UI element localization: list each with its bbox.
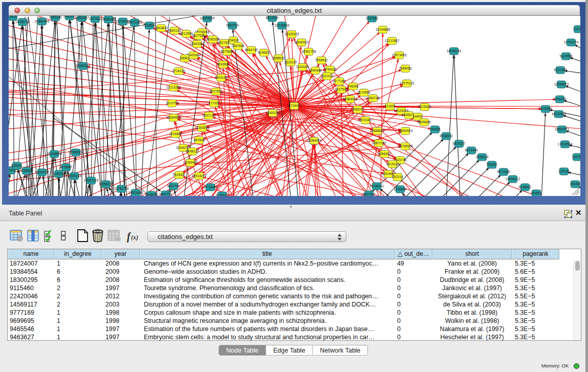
svg-text:252214: 252214 bbox=[392, 175, 403, 179]
svg-text:746266: 746266 bbox=[347, 84, 359, 88]
svg-text:1588520: 1588520 bbox=[272, 56, 285, 60]
svg-text:8912954: 8912954 bbox=[180, 32, 193, 35]
svg-text:1610755: 1610755 bbox=[166, 101, 179, 105]
svg-text:10154808: 10154808 bbox=[376, 28, 390, 31]
svg-text:9457791: 9457791 bbox=[160, 192, 172, 196]
svg-text:15692971: 15692971 bbox=[555, 127, 570, 131]
svg-text:19716485: 19716485 bbox=[203, 185, 218, 189]
svg-text:17957225: 17957225 bbox=[84, 179, 99, 182]
svg-text:6794028: 6794028 bbox=[324, 68, 337, 71]
svg-text:1244419: 1244419 bbox=[554, 97, 567, 101]
svg-text:98961: 98961 bbox=[180, 56, 189, 60]
svg-text:12975115: 12975115 bbox=[400, 81, 414, 85]
svg-text:164095: 164095 bbox=[429, 127, 441, 131]
svg-text:18724007: 18724007 bbox=[287, 104, 302, 107]
svg-text:1156829: 1156829 bbox=[20, 169, 33, 172]
svg-text:20206536: 20206536 bbox=[47, 152, 62, 156]
svg-text:7857274: 7857274 bbox=[226, 24, 239, 27]
svg-text:16654936: 16654936 bbox=[166, 116, 181, 119]
svg-text:8186328: 8186328 bbox=[207, 37, 220, 41]
svg-text:11353594: 11353594 bbox=[195, 126, 209, 129]
svg-text:18300295: 18300295 bbox=[266, 111, 280, 115]
svg-text:116753: 116753 bbox=[572, 155, 580, 159]
svg-text:19384554: 19384554 bbox=[307, 139, 322, 142]
svg-text:14055712: 14055712 bbox=[15, 20, 30, 24]
svg-text:1916682: 1916682 bbox=[169, 132, 182, 136]
svg-text:9660123: 9660123 bbox=[168, 29, 181, 32]
svg-text:13325419: 13325419 bbox=[285, 32, 299, 36]
svg-text:10671355: 10671355 bbox=[127, 20, 142, 24]
svg-text:7663822: 7663822 bbox=[155, 26, 168, 30]
svg-text:15720407: 15720407 bbox=[358, 118, 373, 122]
svg-text:2069146: 2069146 bbox=[49, 16, 62, 19]
svg-text:20691406: 20691406 bbox=[35, 19, 50, 23]
svg-text:12093872: 12093872 bbox=[554, 82, 569, 86]
svg-text:9245078: 9245078 bbox=[145, 193, 158, 196]
svg-text:9975887: 9975887 bbox=[60, 165, 73, 169]
svg-text:1615112: 1615112 bbox=[386, 162, 399, 166]
svg-text:6479197: 6479197 bbox=[453, 142, 466, 145]
svg-text:7625402: 7625402 bbox=[173, 173, 186, 177]
svg-text:8454749: 8454749 bbox=[245, 48, 258, 52]
svg-text:16648784: 16648784 bbox=[447, 49, 462, 53]
svg-text:6466160: 6466160 bbox=[102, 17, 115, 21]
svg-text:17016504: 17016504 bbox=[558, 142, 573, 146]
svg-text:9457791: 9457791 bbox=[167, 184, 180, 188]
svg-text:587834: 587834 bbox=[193, 138, 205, 142]
svg-text:8471626: 8471626 bbox=[497, 170, 510, 173]
svg-text:8813054: 8813054 bbox=[266, 16, 279, 19]
svg-text:3215958: 3215958 bbox=[539, 107, 552, 111]
svg-text:13654923: 13654923 bbox=[398, 129, 413, 133]
svg-text:19218506: 19218506 bbox=[275, 24, 290, 27]
svg-text:9084067: 9084067 bbox=[378, 152, 391, 156]
svg-text:9817341: 9817341 bbox=[363, 192, 376, 196]
svg-text:1162625: 1162625 bbox=[296, 65, 309, 69]
svg-text:1322037: 1322037 bbox=[285, 60, 297, 64]
svg-text:9827509: 9827509 bbox=[192, 34, 205, 37]
svg-text:763262: 763262 bbox=[486, 163, 497, 166]
svg-text:1527602: 1527602 bbox=[89, 17, 102, 20]
svg-text:10654112: 10654112 bbox=[506, 177, 520, 181]
svg-text:1405: 1405 bbox=[9, 16, 17, 18]
svg-text:1621022: 1621022 bbox=[321, 74, 334, 78]
svg-text:9242848: 9242848 bbox=[217, 62, 230, 66]
svg-text:12923446: 12923446 bbox=[128, 191, 143, 194]
svg-text:12213369: 12213369 bbox=[166, 85, 181, 89]
svg-text:2803144: 2803144 bbox=[215, 76, 228, 79]
svg-text:924501: 924501 bbox=[531, 191, 542, 195]
svg-text:16543362: 16543362 bbox=[190, 42, 205, 46]
svg-text:18807249: 18807249 bbox=[372, 141, 386, 145]
svg-text:3124554: 3124554 bbox=[358, 91, 371, 94]
svg-text:10958107: 10958107 bbox=[99, 182, 114, 186]
svg-text:9136142: 9136142 bbox=[216, 193, 229, 196]
svg-text:12213967: 12213967 bbox=[385, 39, 400, 42]
svg-text:16782759: 16782759 bbox=[114, 187, 129, 190]
svg-text:20364436: 20364436 bbox=[343, 97, 358, 101]
svg-text:20053346: 20053346 bbox=[76, 64, 91, 68]
svg-text:9146821: 9146821 bbox=[258, 51, 271, 54]
svg-text:9115460: 9115460 bbox=[419, 105, 431, 108]
svg-text:84400: 84400 bbox=[413, 115, 422, 118]
svg-text:16033809: 16033809 bbox=[200, 16, 215, 20]
svg-text:16914479: 16914479 bbox=[192, 174, 207, 178]
svg-text:16210643: 16210643 bbox=[552, 112, 567, 116]
svg-text:9129966: 9129966 bbox=[560, 54, 573, 58]
svg-text:1733426: 1733426 bbox=[394, 187, 407, 191]
svg-text:7955812: 7955812 bbox=[315, 58, 328, 62]
svg-text:14136141: 14136141 bbox=[369, 184, 384, 188]
svg-text:7515524: 7515524 bbox=[143, 24, 156, 27]
svg-text:11124: 11124 bbox=[574, 27, 580, 31]
svg-text:10688609: 10688609 bbox=[370, 129, 385, 133]
svg-text:917006: 917006 bbox=[208, 101, 220, 105]
svg-text:16961758: 16961758 bbox=[301, 50, 316, 53]
svg-text:12942737: 12942737 bbox=[35, 170, 50, 174]
svg-text:2087682: 2087682 bbox=[366, 16, 379, 20]
svg-text:17359924: 17359924 bbox=[69, 150, 83, 154]
svg-text:19756928: 19756928 bbox=[398, 144, 413, 148]
svg-text:10653287: 10653287 bbox=[75, 16, 90, 19]
svg-text:2718126: 2718126 bbox=[172, 69, 185, 73]
svg-text:9245612: 9245612 bbox=[519, 185, 532, 189]
svg-text:9227342: 9227342 bbox=[554, 68, 567, 72]
svg-text:2935114: 2935114 bbox=[476, 155, 489, 159]
svg-text:9699695: 9699695 bbox=[418, 120, 431, 124]
